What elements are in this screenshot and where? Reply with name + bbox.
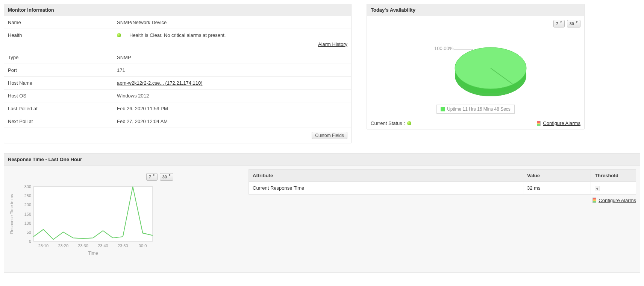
panel-title: Response Time - Last One Hour	[4, 154, 640, 166]
label-name: Name	[8, 20, 117, 25]
rt-configure-alarms-link[interactable]: Configure Alarms	[592, 198, 636, 203]
label-health: Health	[8, 32, 117, 38]
health-status-text: Health is Clear. No critical alarms at p…	[129, 32, 226, 38]
host-name-link[interactable]: apm-w2k12r2-2.cse... (172.21.174.110)	[117, 80, 203, 86]
response-time-panel: Response Time - Last One Hour 7 30 Respo…	[4, 153, 640, 273]
svg-text:100: 100	[24, 221, 31, 225]
value-host-os: Windows 2012	[117, 93, 347, 99]
value-port: 171	[117, 67, 347, 73]
response-time-line-chart: Response Time in ms05010015020025030023:…	[8, 183, 156, 256]
view-7-button[interactable]: 7	[553, 20, 565, 27]
cell-attribute: Current Response Time	[249, 182, 523, 195]
col-threshold: Threshold	[591, 170, 636, 182]
legend-text: Uptime 11 Hrs 16 Mins 48 Secs	[447, 106, 511, 112]
svg-text:23:30: 23:30	[78, 243, 88, 248]
svg-text:23:20: 23:20	[58, 243, 68, 248]
threshold-icon[interactable]	[595, 186, 600, 191]
svg-text:300: 300	[24, 184, 31, 189]
svg-text:23:50: 23:50	[118, 243, 128, 248]
svg-text:200: 200	[24, 202, 31, 207]
legend: Uptime 11 Hrs 16 Mins 48 Secs	[436, 105, 515, 114]
percent-label: 100.00%	[434, 46, 454, 51]
panel-title: Today's Availability	[367, 4, 584, 16]
label-port: Port	[8, 67, 117, 73]
row-host-os: Host OS Windows 2012	[4, 90, 351, 102]
custom-fields-button[interactable]: Custom Fields	[312, 132, 347, 139]
row-name: Name SNMP/Network Device	[4, 16, 351, 29]
triangle-icon	[561, 21, 562, 23]
row-host-name: Host Name apm-w2k12r2-2.cse... (172.21.1…	[4, 77, 351, 90]
col-value: Value	[523, 170, 591, 182]
table-row: Current Response Time 32 ms	[249, 182, 636, 195]
svg-text:23:40: 23:40	[98, 243, 108, 248]
svg-text:250: 250	[24, 193, 31, 198]
value-name: SNMP/Network Device	[117, 20, 347, 25]
row-last-polled: Last Polled at Feb 26, 2020 11:59 PM	[4, 102, 351, 115]
rt-view-30-button[interactable]: 30	[160, 173, 173, 181]
label-next-poll: Next Poll at	[8, 119, 117, 124]
availability-panel: Today's Availability 7 30 100.00%	[367, 4, 585, 129]
attribute-table: Attribute Value Threshold Current Respon…	[249, 169, 636, 195]
row-port: Port 171	[4, 64, 351, 77]
row-health: Health Health is Clear. No critical alar…	[4, 29, 351, 41]
value-type: SNMP	[117, 55, 347, 60]
status-dot-icon	[117, 33, 121, 37]
monitor-info-panel: Monitor Information Name SNMP/Network De…	[4, 4, 352, 143]
alarm-history-link[interactable]: Alarm History	[318, 41, 347, 47]
row-type: Type SNMP	[4, 51, 351, 64]
traffic-light-icon	[592, 198, 596, 203]
svg-text:0: 0	[29, 239, 31, 243]
svg-text:Time: Time	[88, 251, 98, 256]
svg-text:23:10: 23:10	[38, 243, 49, 248]
value-next-poll: Feb 27, 2020 12:04 AM	[117, 119, 347, 124]
configure-alarms-link[interactable]: Configure Alarms	[537, 120, 580, 126]
legend-square-icon	[441, 107, 445, 111]
status-dot-icon	[407, 121, 411, 125]
triangle-icon	[169, 174, 171, 176]
triangle-icon	[153, 174, 155, 176]
label-host-os: Host OS	[8, 93, 117, 99]
view-30-button[interactable]: 30	[567, 20, 580, 27]
svg-text:Response Time in ms: Response Time in ms	[9, 194, 14, 234]
col-attribute: Attribute	[249, 170, 523, 182]
availability-pie-chart: 100.00%	[412, 35, 539, 101]
rt-view-7-button[interactable]: 7	[146, 173, 158, 181]
label-type: Type	[8, 55, 117, 60]
label-last-polled: Last Polled at	[8, 106, 117, 111]
triangle-icon	[576, 21, 578, 23]
value-last-polled: Feb 26, 2020 11:59 PM	[117, 106, 347, 111]
panel-title: Monitor Information	[4, 4, 351, 16]
current-status-label: Current Status :	[371, 120, 405, 126]
label-host-name: Host Name	[8, 80, 117, 86]
row-next-poll: Next Poll at Feb 27, 2020 12:04 AM	[4, 115, 351, 128]
svg-text:00:0: 00:0	[139, 243, 147, 248]
cell-value: 32 ms	[523, 182, 591, 195]
traffic-light-icon	[537, 121, 541, 126]
svg-text:150: 150	[24, 212, 31, 216]
svg-text:50: 50	[27, 230, 31, 234]
